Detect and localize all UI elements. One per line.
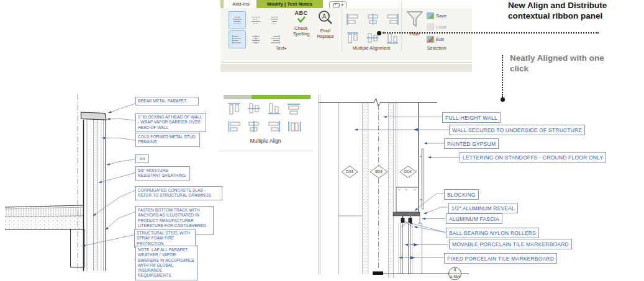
roller-tracks: [399, 216, 413, 274]
text-note[interactable]: BLOCKING: [444, 189, 479, 200]
text-note[interactable]: ALUMINUM FASCIA: [446, 213, 502, 224]
save-selection-icon: [427, 12, 434, 19]
align-left-lines-icon: [231, 35, 243, 45]
load-selection-icon: [427, 24, 434, 30]
text-note[interactable]: FIXED PORCELAIN TILE MARKERBOARD: [444, 253, 557, 264]
multiple-alignment-panel-label[interactable]: Multiple Alignment: [342, 44, 401, 51]
align-bottom-button[interactable]: [265, 101, 283, 116]
filter-funnel-icon: [406, 10, 424, 27]
page: D04 B04 D04 4 A-554 BREAK METAL PARAPET …: [0, 0, 644, 281]
align-middle-button[interactable]: [247, 11, 265, 29]
align-top-bars-icon: [286, 102, 302, 115]
text-note[interactable]: PAINTED GYPSUM: [444, 138, 499, 149]
text-note[interactable]: 1/2" ALUMINUM REVEAL: [448, 203, 518, 213]
wall-linework: [319, 95, 437, 278]
text-note[interactable]: MOVABLE PORCELAIN TILE MARKERBOARD: [449, 239, 572, 249]
filter-button[interactable]: Filter: [404, 9, 426, 42]
edit-selection-icon: [427, 36, 434, 43]
floor-slab: [5, 205, 83, 230]
panel-header-bar-gray: [224, 95, 252, 99]
svg-text:A: A: [322, 13, 327, 20]
annotation-dot: [501, 97, 505, 102]
load-selection-button[interactable]: Load: [427, 24, 447, 30]
options-bar: [220, 64, 472, 72]
distribute-horizontally-button[interactable]: [285, 119, 302, 134]
align-center-vertical-icon: [250, 35, 262, 45]
align-left-icon: [226, 120, 242, 133]
align-middle-icon: [246, 102, 262, 115]
find-replace-button[interactable]: A Find/ Replace: [312, 9, 338, 48]
wall-section: [84, 120, 106, 271]
align-middle-lines-icon: [250, 16, 262, 25]
save-selection-button[interactable]: Save: [427, 12, 447, 19]
tab-add-ins[interactable]: Add-Ins: [227, 0, 255, 8]
align-right-button[interactable]: [265, 119, 283, 134]
align-center-button[interactable]: [245, 119, 263, 134]
minimize-ribbon-icon: [333, 3, 340, 7]
distribute-horizontally-icon: [286, 120, 302, 133]
revit-ribbon: Add-Ins Modify | Text Notes ABC: [220, 0, 472, 76]
multiple-align-panel-label: Multiple Align: [219, 138, 312, 144]
check-spelling-button[interactable]: ABC Check Spelling: [289, 9, 314, 48]
align-top-bars-button[interactable]: [285, 101, 302, 116]
keynote-tag: D04: [342, 169, 358, 174]
align-center-edges-button[interactable]: [363, 11, 382, 28]
align-top-button[interactable]: [225, 101, 243, 116]
abc-spellcheck-icon: ABC: [295, 10, 308, 16]
multiple-align-mini-panel: Multiple Align: [219, 90, 312, 151]
align-middle-button[interactable]: [245, 101, 263, 116]
keynote-tag: B04: [371, 169, 387, 174]
edit-selection-button[interactable]: Edit: [427, 36, 444, 43]
text-note[interactable]: LETTERING ON STANDOFFS - GROUND FLOOR ON…: [460, 152, 606, 163]
green-check-icon: [296, 16, 306, 23]
text-panel-label[interactable]: Text: [220, 44, 342, 51]
annotation-dotted-line-vertical: [502, 55, 503, 97]
align-center-lines-icon: [231, 16, 243, 25]
parapet-cap: [81, 112, 107, 120]
detail-bubble-sheet: A-554: [447, 275, 463, 279]
align-left-edges-button[interactable]: [343, 11, 362, 28]
align-bottom-button[interactable]: [266, 11, 283, 29]
align-right-icon: [266, 120, 282, 133]
align-bottom-icon: [266, 102, 282, 115]
panel-header-bar-green: [252, 95, 311, 99]
selection-panel-label[interactable]: Selection: [401, 44, 472, 51]
text-note[interactable]: BALL BEARING NYLON ROLLERS: [446, 228, 539, 238]
find-replace-magnifier-icon: A: [317, 10, 333, 26]
load-label: Load: [436, 24, 447, 30]
align-top-button[interactable]: [229, 11, 246, 29]
align-center-edges-icon: [365, 13, 380, 25]
ribbon-tab-bar: Add-Ins Modify | Text Notes: [220, 0, 472, 9]
save-label: Save: [436, 13, 447, 19]
annotation-dot: [377, 31, 381, 35]
text-note[interactable]: COLD FORMED METAL STUD FRAMING: [135, 133, 200, 147]
blocking-and-fascia: [393, 187, 422, 274]
standoff-panel: [420, 149, 424, 209]
align-right-edges-button[interactable]: [383, 11, 402, 28]
tab-modify-text-notes[interactable]: Modify | Text Notes: [256, 0, 323, 8]
text-note[interactable]: BREAK METAL PARAPET: [135, 97, 199, 105]
text-note[interactable]: 5/8" MOISTURE RESISTANT SHEATHING: [135, 166, 190, 181]
tab-crop-artifact: [220, 0, 224, 8]
text-note[interactable]: WALL SECURED TO UNDERSIDE OF STRUCTURE: [449, 125, 585, 135]
find-replace-label: Find/ Replace: [314, 28, 337, 39]
text-note[interactable]: 1" BLOCKING AT HEAD OF WALL - WRAP VAPOR…: [135, 113, 206, 132]
edit-label: Edit: [436, 37, 444, 42]
new-panel-annotation: New Align and Distribute contextual ribb…: [508, 1, 620, 21]
align-right-edges-icon: [385, 13, 400, 25]
leader-lines: [83, 104, 136, 246]
align-bottom-edges-icon: [385, 32, 400, 44]
detail-bubble-number: 4: [450, 267, 460, 272]
align-bottom-lines-icon: [268, 16, 281, 25]
align-left-button[interactable]: [225, 119, 243, 134]
text-note[interactable]: CORRUGATED CONCRETE SLAB - REFER TO STRU…: [135, 186, 222, 200]
text-note[interactable]: NOTE: LAP ALL PARAPET WEATHER / VAPOR BA…: [135, 246, 198, 280]
text-note[interactable]: FULL-HEIGHT WALL: [442, 112, 501, 123]
align-right-lines-icon: [268, 35, 281, 45]
align-left-edges-icon: [345, 13, 360, 25]
neatly-aligned-annotation: Neatly Aligned with one click: [510, 53, 617, 74]
annotation-dotted-line-horizontal: [383, 32, 599, 33]
align-top-icon: [226, 102, 242, 115]
keynote-tag-box[interactable]: I04: [135, 154, 149, 163]
check-spelling-label: Check Spelling: [291, 25, 312, 37]
